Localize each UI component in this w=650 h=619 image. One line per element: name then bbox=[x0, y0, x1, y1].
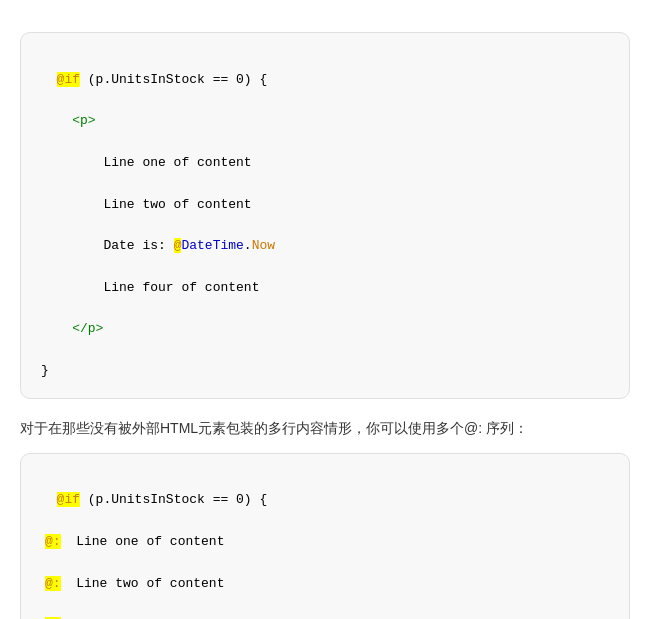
code-block-1: @if (p.UnitsInStock == 0) { <p> Line one… bbox=[20, 32, 630, 399]
code-block-2: @if (p.UnitsInStock == 0) { @: Line one … bbox=[20, 453, 630, 619]
keyword-if-2: @if bbox=[57, 492, 80, 507]
keyword-if: @if bbox=[57, 72, 80, 87]
description-1: 对于在那些没有被外部HTML元素包装的多行内容情形，你可以使用多个@: 序列： bbox=[20, 417, 630, 441]
